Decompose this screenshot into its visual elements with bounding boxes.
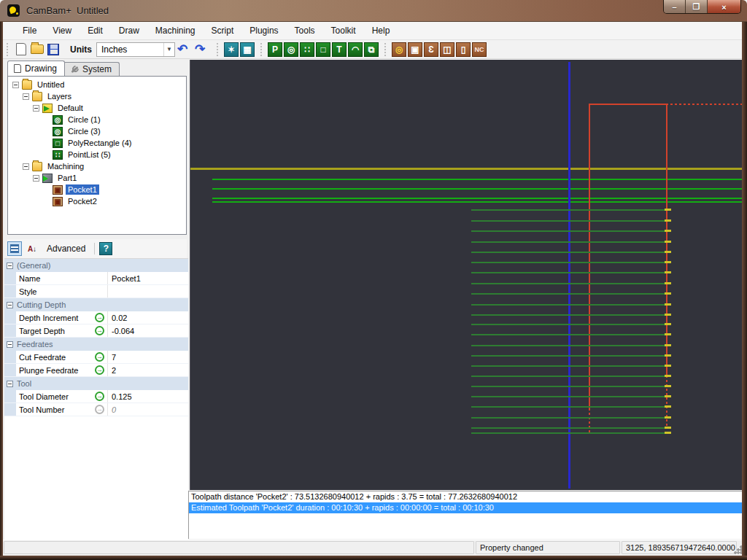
- gcode-icon[interactable]: NC: [472, 42, 487, 57]
- inherit-arrow-icon[interactable]: →: [95, 365, 104, 375]
- draw-circle-icon[interactable]: ◎: [284, 42, 298, 57]
- drill-icon[interactable]: ◎: [392, 42, 406, 57]
- new-file-icon[interactable]: [16, 43, 26, 55]
- alphabetical-sort-button[interactable]: A↓: [25, 241, 39, 256]
- menu-plugins[interactable]: Plugins: [241, 23, 286, 39]
- toolbar-grip[interactable]: [5, 43, 9, 56]
- collapse-box[interactable]: [7, 381, 13, 387]
- tree-item-machining[interactable]: Machining: [8, 160, 186, 172]
- save-icon[interactable]: [47, 44, 59, 55]
- menu-edit[interactable]: Edit: [80, 23, 111, 39]
- collapse-box[interactable]: [7, 302, 13, 308]
- tree-item-pointlist-5[interactable]: ∷PointList (5): [8, 149, 186, 160]
- collapse-box[interactable]: [33, 105, 39, 112]
- draw-arc-icon[interactable]: ◠: [348, 42, 363, 57]
- toolbar-grip[interactable]: [259, 43, 263, 56]
- inherit-arrow-icon[interactable]: →: [95, 313, 104, 322]
- restore-button[interactable]: ❐: [686, 0, 708, 14]
- collapse-box[interactable]: [7, 262, 13, 269]
- collapse-box[interactable]: [12, 82, 19, 88]
- minimize-button[interactable]: –: [664, 0, 686, 14]
- chevron-down-icon[interactable]: ▼: [163, 43, 174, 56]
- collapse-box[interactable]: [33, 175, 39, 182]
- menu-file[interactable]: File: [15, 23, 44, 39]
- toolpath-duration-message[interactable]: Estimated Toolpath 'Pocket2' duration : …: [189, 502, 742, 513]
- inherit-arrow-icon[interactable]: →: [95, 326, 104, 335]
- advanced-button[interactable]: Advanced: [42, 242, 90, 255]
- property-value[interactable]: [107, 285, 188, 298]
- property-name[interactable]: NamePocket1: [4, 272, 188, 285]
- menu-tools[interactable]: Tools: [287, 23, 323, 39]
- tree-item-circle-1[interactable]: ◎Circle (1): [8, 114, 186, 125]
- menu-toolkit[interactable]: Toolkit: [323, 23, 364, 39]
- tab-system[interactable]: System: [63, 62, 120, 76]
- redo-icon[interactable]: ↷: [195, 42, 211, 57]
- menu-view[interactable]: View: [44, 23, 80, 39]
- property-value[interactable]: 7: [107, 351, 188, 363]
- categorized-view-button[interactable]: [7, 241, 22, 256]
- tree-item-untitled[interactable]: Untitled: [8, 79, 186, 90]
- property-cut-feedrate[interactable]: Cut Feedrate→7: [4, 351, 188, 364]
- tree-item-pocket2[interactable]: ▣Pocket2: [8, 195, 186, 207]
- inherit-arrow-icon[interactable]: →: [95, 392, 104, 401]
- draw-points-icon[interactable]: ∷: [300, 42, 314, 57]
- tree-item-circle-3[interactable]: ◎Circle (3): [8, 125, 186, 137]
- property-style[interactable]: Style: [4, 285, 188, 298]
- property-value[interactable]: 0.02: [107, 311, 188, 324]
- tree-item-default[interactable]: Default: [8, 102, 186, 114]
- machining-toolbar-group: ◎▣Ɛ◫▯NC: [390, 42, 489, 57]
- draw-surface-icon[interactable]: ⧉: [364, 42, 379, 57]
- toolpath-canvas[interactable]: [190, 60, 742, 490]
- open-folder-icon[interactable]: [31, 44, 44, 54]
- help-button[interactable]: ?: [99, 242, 112, 255]
- draw-rectangle-icon[interactable]: □: [316, 42, 330, 57]
- pocket-icon[interactable]: ▣: [408, 42, 422, 57]
- titlebar[interactable]: CamBam+ Untitled – ❐ ×: [0, 0, 747, 22]
- collapse-box[interactable]: [23, 163, 29, 170]
- toolbar-grip[interactable]: [215, 43, 220, 56]
- category-feedrates[interactable]: Feedrates: [4, 338, 188, 351]
- draw-polyline-icon[interactable]: P: [268, 42, 282, 57]
- menu-machining[interactable]: Machining: [147, 23, 204, 39]
- property-value[interactable]: -0.064: [107, 324, 188, 337]
- profile3d-icon[interactable]: ◫: [440, 42, 454, 57]
- property-plunge-feedrate[interactable]: Plunge Feedrate→2: [4, 364, 188, 377]
- property-value[interactable]: Pocket1: [107, 272, 188, 284]
- property-tool-number[interactable]: Tool Number→0: [4, 403, 188, 416]
- engrave-icon[interactable]: Ɛ: [424, 42, 438, 57]
- toolpath-vline: [589, 104, 590, 408]
- category-cutting-depth[interactable]: Cutting Depth: [4, 298, 188, 311]
- property-value[interactable]: 2: [107, 364, 188, 376]
- draw-text-icon[interactable]: T: [332, 42, 347, 57]
- property-grid: (General)NamePocket1StyleCutting DepthDe…: [4, 258, 188, 540]
- tab-drawing[interactable]: Drawing: [7, 61, 65, 76]
- snap-point-icon[interactable]: ✶: [224, 42, 239, 57]
- close-button[interactable]: ×: [708, 0, 740, 14]
- tree-item-layers[interactable]: Layers: [8, 90, 186, 102]
- collapse-box[interactable]: [23, 93, 29, 100]
- units-combobox[interactable]: Inches ▼: [96, 42, 175, 57]
- property-value[interactable]: 0.125: [107, 390, 188, 402]
- undo-icon[interactable]: ↶: [177, 42, 193, 57]
- property-target-depth[interactable]: Target Depth→-0.064: [4, 324, 188, 338]
- inherit-arrow-icon[interactable]: →: [95, 352, 104, 362]
- property-tool-diameter[interactable]: Tool Diameter→0.125: [4, 390, 188, 403]
- inherit-arrow-icon[interactable]: →: [95, 405, 104, 414]
- category-general[interactable]: (General): [4, 259, 188, 272]
- toolbar-grip[interactable]: [383, 43, 387, 56]
- tree-item-part1[interactable]: Part1: [8, 172, 186, 184]
- pocket-icon: ▣: [53, 197, 63, 206]
- toolpath-distance-message[interactable]: Toolpath distance 'Pocket2' : 73.5132680…: [189, 491, 742, 502]
- category-tool[interactable]: Tool: [4, 377, 188, 390]
- property-value[interactable]: 0: [107, 403, 188, 416]
- menu-draw[interactable]: Draw: [111, 23, 147, 39]
- grid-icon[interactable]: ▦: [240, 42, 255, 57]
- tree-item-pocket1[interactable]: ▣Pocket1: [8, 184, 186, 195]
- tree-item-polyrectangle-4[interactable]: □PolyRectangle (4): [8, 137, 186, 149]
- menu-help[interactable]: Help: [364, 23, 398, 39]
- property-depth-increment[interactable]: Depth Increment→0.02: [4, 311, 188, 324]
- menu-script[interactable]: Script: [204, 23, 242, 39]
- drill-bit-icon[interactable]: ▯: [456, 42, 471, 57]
- separator: [94, 243, 95, 254]
- collapse-box[interactable]: [7, 341, 13, 348]
